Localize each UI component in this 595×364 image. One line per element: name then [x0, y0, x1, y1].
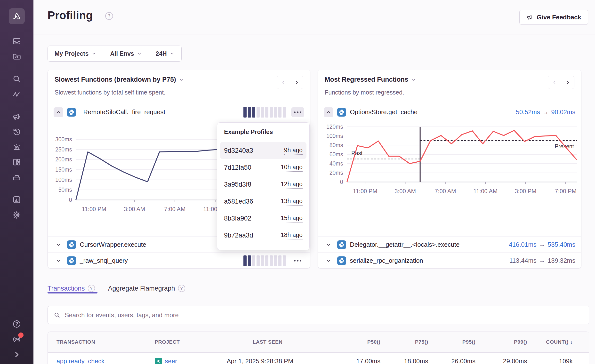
profile-list-item[interactable]: 3a95d3f8 12h ago	[220, 176, 306, 193]
gear-icon	[12, 210, 21, 220]
previous-page-button[interactable]	[548, 76, 561, 89]
column-p99[interactable]: P99()	[514, 339, 527, 345]
column-count[interactable]: COUNT()↓	[546, 339, 573, 345]
slowest-functions-title-label: Slowest Functions (breakdown by P75)	[55, 76, 176, 83]
topbar: Profiling ? Give Feedback	[33, 0, 595, 34]
column-p50[interactable]: P50()	[367, 339, 380, 345]
after-duration[interactable]: 535.40ms	[548, 241, 575, 248]
profile-id-link[interactable]: 9d3240a3	[224, 147, 253, 154]
megaphone-icon	[12, 112, 21, 121]
sidebar-item-whats-new[interactable]	[12, 111, 22, 122]
profile-list-item[interactable]: 9b72aa3d 18h ago	[220, 227, 306, 244]
tab-aggregate-flamegraph[interactable]: Aggregate Flamegraph ?	[108, 285, 185, 292]
profiling-page: Profiling ? Give Feedback My Projects Al…	[0, 0, 595, 364]
profile-id-link[interactable]: a581ed36	[224, 198, 253, 205]
p75-cell: 18.00ms	[404, 357, 428, 364]
sidebar-item-broadcasts[interactable]	[12, 334, 22, 344]
function-name[interactable]: Delegator.__getattr__.<locals>.execute	[350, 241, 459, 248]
next-page-button[interactable]	[290, 76, 303, 89]
profile-timestamp[interactable]: 9h ago	[284, 147, 303, 155]
before-duration[interactable]: 113.44ms	[509, 257, 537, 264]
profile-id-link[interactable]: 3a95d3f8	[224, 181, 251, 188]
chevron-down-icon	[56, 258, 61, 263]
profile-id-link[interactable]: 9b72aa3d	[224, 232, 253, 239]
table-row[interactable]: app.ready_check seer Apr 1, 2025 9:28:38…	[48, 353, 589, 364]
project-name: seer	[165, 357, 177, 364]
column-project[interactable]: PROJECT	[155, 339, 180, 345]
collapse-row-button[interactable]	[324, 107, 333, 117]
row-overflow-menu-button[interactable]	[291, 256, 304, 266]
collapse-row-button[interactable]	[54, 107, 63, 117]
sidebar-item-alerts[interactable]	[12, 142, 22, 152]
project-filter[interactable]: My Projects	[48, 46, 103, 61]
sidebar-item-performance[interactable]	[12, 89, 22, 99]
expand-row-button[interactable]	[324, 256, 333, 266]
sidebar-item-projects[interactable]	[12, 51, 22, 62]
project-cell[interactable]: seer	[155, 357, 177, 364]
environment-filter[interactable]: All Envs	[103, 46, 149, 61]
before-duration[interactable]: 416.01ms	[509, 241, 537, 248]
profile-id-link[interactable]: 8b3fa902	[224, 215, 251, 222]
expand-row-button[interactable]	[324, 240, 333, 250]
next-page-button[interactable]	[561, 76, 574, 89]
expand-row-button[interactable]	[54, 240, 63, 250]
column-last-seen[interactable]: LAST SEEN	[253, 339, 282, 345]
sidebar-item-explore[interactable]	[12, 74, 22, 84]
sidebar-item-releases[interactable]	[12, 172, 22, 182]
python-glyph	[338, 241, 345, 248]
sidebar-item-dashboards[interactable]	[12, 157, 22, 167]
row-overflow-menu-button[interactable]	[291, 107, 304, 117]
profile-timestamp[interactable]: 18h ago	[281, 231, 303, 239]
column-p75[interactable]: P75()	[415, 339, 428, 345]
chevron-right-icon	[12, 350, 21, 359]
profile-timestamp[interactable]: 12h ago	[281, 181, 303, 189]
page-title-help-icon[interactable]: ?	[105, 12, 113, 20]
expand-row-button[interactable]	[54, 256, 63, 266]
after-duration[interactable]: 139.32ms	[548, 257, 575, 264]
profile-list-item[interactable]: 7d12fa50 10h ago	[220, 159, 306, 176]
most-regressed-title[interactable]: Most Regressed Functions	[325, 76, 416, 83]
regressed-function-row: serialize_rpc_organization 113.44ms→139.…	[318, 253, 581, 269]
profile-timestamp[interactable]: 13h ago	[281, 198, 303, 206]
give-feedback-button[interactable]: Give Feedback	[519, 10, 588, 25]
function-name[interactable]: _RemoteSiloCall._fire_request	[80, 108, 165, 116]
chevron-down-icon	[411, 77, 416, 82]
tab-transactions[interactable]: Transactions ?	[48, 285, 95, 292]
svg-text:100ms: 100ms	[55, 177, 72, 183]
sentry-logo[interactable]	[9, 8, 25, 24]
svg-text:120ms: 120ms	[326, 124, 343, 130]
profile-timestamp[interactable]: 10h ago	[281, 164, 303, 172]
date-range-filter[interactable]: 24H	[149, 46, 181, 61]
before-duration[interactable]: 50.52ms	[516, 108, 540, 116]
after-duration[interactable]: 90.02ms	[551, 108, 575, 116]
regression-values: 50.52ms→90.02ms	[516, 108, 575, 116]
function-name[interactable]: OptionsStore.get_cache	[350, 108, 418, 116]
function-name[interactable]: _raw_snql_query	[80, 257, 128, 264]
column-transaction[interactable]: TRANSACTION	[56, 339, 95, 345]
sidebar-item-stats[interactable]	[12, 195, 22, 205]
sidebar-collapse-button[interactable]	[12, 349, 22, 360]
transaction-link[interactable]: app.ready_check	[56, 357, 105, 364]
search-input[interactable]	[64, 311, 583, 319]
profile-list-item[interactable]: 9d3240a3 9h ago	[220, 142, 306, 159]
sidebar-item-issues[interactable]	[12, 36, 22, 46]
chevron-up-icon	[56, 110, 61, 115]
svg-text:100ms: 100ms	[326, 133, 343, 139]
transactions-help-icon[interactable]: ?	[88, 285, 95, 292]
profile-list-item[interactable]: a581ed36 13h ago	[220, 193, 306, 210]
profile-list-item[interactable]: 8b3fa902 15h ago	[220, 210, 306, 227]
function-name[interactable]: CursorWrapper.execute	[80, 241, 146, 248]
function-name[interactable]: serialize_rpc_organization	[350, 257, 423, 264]
sidebar-item-settings[interactable]	[12, 210, 22, 220]
sidebar-item-help[interactable]	[12, 319, 22, 329]
sidebar	[0, 0, 33, 364]
profile-id-link[interactable]: 7d12fa50	[224, 164, 251, 171]
slowest-functions-title[interactable]: Slowest Functions (breakdown by P75)	[55, 76, 184, 83]
aggregate-flamegraph-help-icon[interactable]: ?	[178, 285, 185, 292]
python-platform-icon	[337, 108, 346, 117]
column-p95[interactable]: P95()	[462, 339, 475, 345]
previous-page-button[interactable]	[277, 76, 290, 89]
profile-timestamp[interactable]: 15h ago	[281, 214, 303, 222]
sidebar-item-replays[interactable]	[12, 127, 22, 137]
svg-text:0: 0	[340, 179, 343, 185]
